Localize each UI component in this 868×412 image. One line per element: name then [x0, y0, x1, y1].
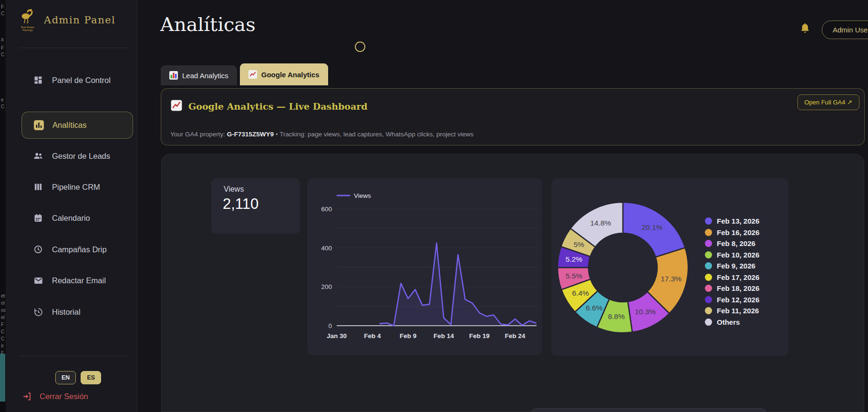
dashboard-icon — [33, 75, 43, 85]
line-chart-emoji-icon — [170, 99, 183, 113]
background-text-fragment: C — [1, 52, 4, 57]
svg-text:600: 600 — [321, 206, 332, 213]
sidebar-item-label: Campañas Drip — [52, 245, 107, 254]
sidebar-item-panel-de-control[interactable]: Panel de Control — [21, 69, 133, 91]
views-line-chart-card: 0200400600Jan 30Feb 4Feb 9Feb 14Feb 19Fe… — [307, 178, 542, 355]
donut-slice-value-label: 5% — [574, 240, 585, 248]
tab-google-analytics[interactable]: Google Analytics — [240, 63, 328, 85]
sidebar-item-historial[interactable]: Historial — [21, 301, 133, 323]
svg-text:Feb 24: Feb 24 — [505, 332, 526, 340]
legend-color-dot — [705, 240, 712, 247]
sidebar-item-calendario[interactable]: Calendario — [21, 207, 133, 229]
sidebar-item-campanas-drip[interactable]: Campañas Drip — [21, 238, 133, 260]
donut-slice-value-label: 17.3% — [661, 275, 682, 283]
donut-slice-value-label: 10.3% — [635, 308, 656, 316]
line-chart-icon — [248, 70, 257, 79]
sidebar-item-label: Historial — [52, 308, 81, 317]
legend-label: Others — [717, 318, 740, 326]
svg-text:Views: Views — [354, 192, 371, 199]
bell-icon[interactable] — [798, 22, 812, 36]
admin-user-button[interactable]: Admin User — [822, 21, 868, 39]
ga-banner: Google Analytics — Live Dashboard Your G… — [161, 88, 865, 145]
donut-slice-value-label: 20.1% — [641, 223, 662, 231]
views-stat-label: Views — [224, 185, 244, 194]
background-text-fragment: e — [1, 98, 4, 103]
svg-text:200: 200 — [321, 283, 332, 290]
legend-label: Feb 11, 2026 — [717, 307, 759, 315]
legend-item-feb-10-2026[interactable]: Feb 10, 2026 — [705, 251, 759, 259]
views-stat-value: 2,110 — [223, 196, 258, 213]
legend-item-feb-17-2026[interactable]: Feb 17, 2026 — [705, 273, 759, 281]
svg-text:0: 0 — [328, 322, 332, 330]
logout-icon — [21, 391, 32, 402]
email-icon — [33, 275, 43, 286]
sidebar-item-gestor-de-leads[interactable]: Gestor de Leads — [21, 145, 133, 167]
legend-color-dot — [705, 217, 712, 225]
sidebar-item-label: Redactar Email — [52, 276, 106, 285]
legend-item-feb-12-2026[interactable]: Feb 12, 2026 — [705, 296, 759, 304]
sidebar-item-pipeline-crm[interactable]: Pipeline CRM — [21, 176, 133, 198]
views-donut-chart-card: 20.1%17.3%10.3%8.8%6.6%6.4%5.5%5.2%5%14.… — [551, 178, 788, 356]
language-button-en[interactable]: EN — [55, 371, 76, 384]
tab-lead-analytics[interactable]: Lead Analytics — [161, 65, 237, 85]
admin-user-label: Admin User — [833, 26, 868, 34]
svg-text:Jan 30: Jan 30 — [327, 332, 347, 340]
sidebar-divider-top — [19, 48, 129, 48]
background-text-fragment: F — [1, 351, 4, 356]
background-text-fragment: Ir — [1, 344, 4, 349]
background-text-fragment: ol — [1, 301, 5, 306]
language-switcher: ENES — [55, 371, 101, 384]
tab-label: Google Analytics — [261, 71, 320, 79]
sidebar-item-redactar-email[interactable]: Redactar Email — [21, 269, 133, 291]
page-title: Analíticas — [160, 13, 256, 35]
donut-slice-value-label: 5.5% — [566, 272, 583, 280]
legend-label: Feb 10, 2026 — [717, 251, 759, 259]
legend-color-dot — [705, 307, 712, 314]
legend-color-dot — [705, 229, 712, 236]
leads-icon — [33, 151, 43, 161]
legend-label: Feb 9, 2026 — [717, 262, 755, 270]
background-text-fragment: C — [1, 337, 4, 341]
history-icon — [33, 307, 43, 317]
svg-text:Feb 4: Feb 4 — [364, 332, 381, 340]
background-text-fragment: F — [1, 322, 4, 327]
background-text-fragment: a — [1, 37, 4, 42]
legend-label: Feb 18, 2026 — [717, 284, 759, 292]
sidebar: Real Estate Flamingo Admin Panel Panel d… — [6, 0, 137, 412]
analytics-icon — [33, 120, 44, 130]
sidebar-item-label: Calendario — [52, 214, 90, 223]
charts-panel: Views 2,110 0200400600Jan 30Feb 4Feb 9Fe… — [161, 154, 864, 412]
background-text-fragment: C — [1, 11, 4, 16]
open-full-ga4-button[interactable]: Open Full GA4 ↗ — [797, 94, 860, 110]
sidebar-divider-bottom — [19, 356, 129, 356]
legend-label: Feb 13, 2026 — [717, 217, 759, 225]
ga-banner-title: Google Analytics — Live Dashboard — [188, 101, 368, 112]
calendar-icon — [33, 213, 43, 223]
donut-legend: Feb 13, 2026Feb 16, 2026Feb 8, 2026Feb 1… — [705, 217, 759, 329]
legend-item-others[interactable]: Others — [705, 318, 759, 326]
legend-color-dot — [705, 262, 712, 269]
analytics-tabs: Lead AnalyticsGoogle Analytics — [161, 63, 328, 85]
background-text-fragment: F — [1, 46, 4, 51]
language-button-es[interactable]: ES — [81, 371, 101, 384]
legend-item-feb-18-2026[interactable]: Feb 18, 2026 — [705, 284, 759, 292]
ga-banner-title-row: Google Analytics — Live Dashboard — [170, 99, 368, 113]
legend-item-feb-9-2026[interactable]: Feb 9, 2026 — [705, 262, 759, 270]
views-stat-card: Views 2,110 — [211, 178, 300, 234]
logout-button[interactable]: Cerrar Sesión — [21, 391, 88, 402]
legend-color-dot — [705, 319, 712, 326]
ga-property-label: Your GA4 property: — [170, 131, 225, 138]
legend-item-feb-16-2026[interactable]: Feb 16, 2026 — [705, 228, 759, 237]
background-text-fragment: oc — [1, 308, 6, 313]
legend-item-feb-8-2026[interactable]: Feb 8, 2026 — [705, 239, 759, 247]
ga-tracking-text: • Tracking: page views, lead captures, W… — [276, 131, 474, 138]
donut-slice-value-label: 6.4% — [572, 289, 589, 297]
sidebar-item-label: Panel de Control — [52, 76, 111, 85]
legend-item-feb-11-2026[interactable]: Feb 11, 2026 — [705, 307, 759, 315]
sidebar-item-analiticas[interactable]: Analíticas — [21, 112, 133, 139]
admin-panel-page: FCaFCeCetolocelFCCIrF Real Estate Flamin… — [0, 0, 868, 412]
legend-color-dot — [705, 285, 712, 292]
next-panel-partial-card — [531, 408, 766, 412]
legend-color-dot — [705, 274, 712, 281]
legend-item-feb-13-2026[interactable]: Feb 13, 2026 — [705, 217, 759, 225]
